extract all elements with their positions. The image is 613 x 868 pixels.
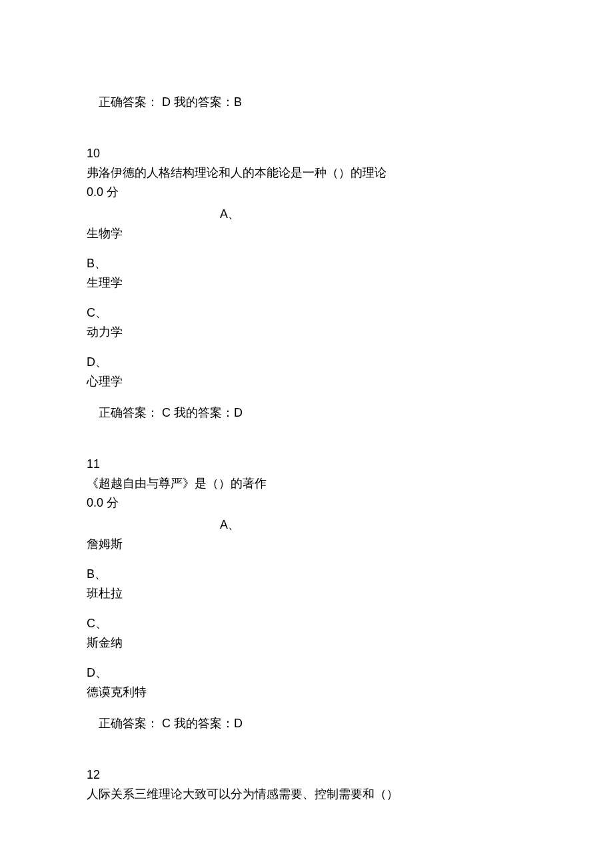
q11-option-a-text: 詹姆斯: [87, 535, 526, 553]
q11-option-d-text: 德谟克利特: [87, 683, 526, 701]
q10-answer-line: 正确答案： C 我的答案：D: [99, 404, 526, 422]
q10-option-b-text: 生理学: [87, 274, 526, 292]
q10-score-value: 0.0 分: [87, 185, 119, 199]
q11-correct-answer-value: C: [159, 717, 174, 730]
q12-number: 12: [87, 766, 526, 784]
q11-option-b-label: B、: [87, 565, 526, 583]
q11-option-c-label: C、: [87, 615, 526, 633]
q11-option-d-label: D、: [87, 664, 526, 682]
q11-option-b-text: 班杜拉: [87, 585, 526, 603]
q11-my-answer-value: D: [234, 717, 243, 730]
question-10: 10 弗洛伊德的人格结构理论和人的本能论是一种（）的理论 0.0 分 A、 生物…: [87, 145, 526, 391]
q10-number: 10: [87, 145, 526, 163]
q11-option-c-text: 斯金纳: [87, 634, 526, 652]
q12-stem: 人际关系三维理论大致可以分为情感需要、控制需要和（）: [87, 785, 526, 803]
q10-stem: 弗洛伊德的人格结构理论和人的本能论是一种（）的理论: [87, 164, 526, 182]
q10-correct-answer-value: C: [159, 406, 174, 419]
q10-score: 0.0 分: [87, 183, 526, 201]
q9-answer-line: 正确答案： D 我的答案：B: [99, 93, 526, 111]
q9-my-answer-label: 我的答案：: [174, 95, 234, 109]
q11-score: 0.0 分: [87, 494, 526, 512]
q10-option-d-label: D、: [87, 353, 526, 371]
q10-option-b-label: B、: [87, 255, 526, 273]
q10-option-a-label: A、: [220, 205, 526, 223]
q11-score-value: 0.0 分: [87, 496, 119, 509]
q11-option-a-label: A、: [220, 516, 526, 534]
question-12: 12 人际关系三维理论大致可以分为情感需要、控制需要和（）: [87, 766, 526, 803]
q10-correct-answer-label: 正确答案：: [99, 406, 159, 419]
q9-correct-answer-value: D: [159, 95, 174, 109]
q9-my-answer-value: B: [234, 95, 242, 109]
q10-option-c-label: C、: [87, 304, 526, 322]
q10-option-d-text: 心理学: [87, 373, 526, 391]
q10-option-c-text: 动力学: [87, 323, 526, 341]
q10-my-answer-value: D: [234, 406, 243, 419]
q11-answer-line: 正确答案： C 我的答案：D: [99, 715, 526, 733]
q11-correct-answer-label: 正确答案：: [99, 717, 159, 730]
q10-option-a-text: 生物学: [87, 225, 526, 243]
q9-correct-answer-label: 正确答案：: [99, 95, 159, 109]
q11-my-answer-label: 我的答案：: [174, 717, 234, 730]
q11-number: 11: [87, 455, 526, 473]
q11-stem: 《超越自由与尊严》是（）的著作: [87, 475, 526, 493]
document-page: 正确答案： D 我的答案：B 10 弗洛伊德的人格结构理论和人的本能论是一种（）…: [0, 0, 613, 850]
q10-my-answer-label: 我的答案：: [174, 406, 234, 419]
question-11: 11 《超越自由与尊严》是（）的著作 0.0 分 A、 詹姆斯 B、 班杜拉 C…: [87, 455, 526, 701]
